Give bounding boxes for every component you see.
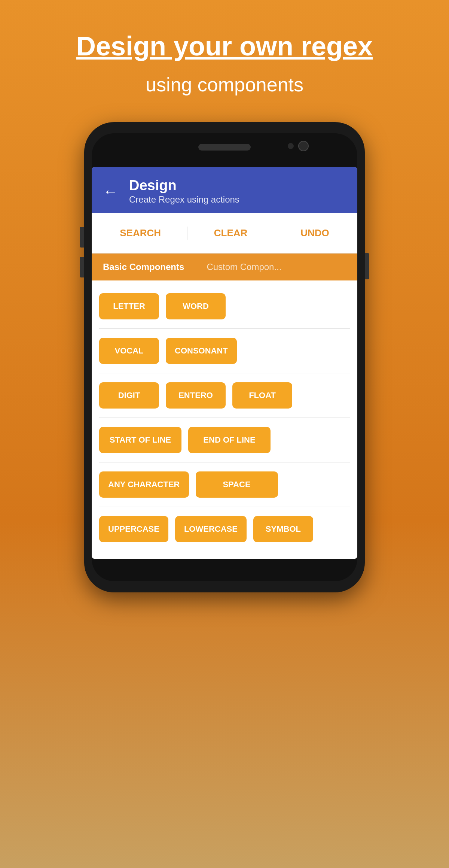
vocal-button[interactable]: VOCAL — [99, 338, 159, 364]
toolbar: SEARCH CLEAR UNDO — [92, 213, 357, 254]
page-header: Design your own regex using components — [76, 0, 373, 111]
divider-3 — [99, 418, 350, 418]
tab-custom-components[interactable]: Custom Compon... — [195, 254, 293, 280]
app-bar-title: Design — [129, 177, 239, 194]
divider-4 — [99, 462, 350, 462]
app-bar-text: Design Create Regex using actions — [129, 177, 239, 205]
component-row-5: ANY CHARACTER SPACE — [99, 466, 350, 503]
start-of-line-button[interactable]: START OF LINE — [99, 427, 181, 453]
space-button[interactable]: SPACE — [196, 471, 278, 498]
undo-button[interactable]: UNDO — [293, 224, 337, 243]
digit-button[interactable]: DIGIT — [99, 382, 159, 409]
component-row-3: DIGIT ENTERO FLOAT — [99, 377, 350, 414]
end-of-line-button[interactable]: END OF LINE — [188, 427, 271, 453]
back-button[interactable]: ← — [103, 184, 118, 199]
component-row-6: UPPERCASE LOWERCASE SYMBOL — [99, 511, 350, 547]
entero-button[interactable]: ENTERO — [166, 382, 226, 409]
word-button[interactable]: WORD — [166, 293, 226, 319]
divider-5 — [99, 507, 350, 507]
phone-side-button-left-1 — [80, 227, 84, 248]
phone-side-button-right — [365, 253, 369, 279]
lowercase-button[interactable]: LOWERCASE — [175, 516, 247, 542]
components-area: LETTER WORD VOCAL CONSONANT DIGIT ENTERO… — [92, 280, 357, 559]
phone-dot — [288, 143, 294, 149]
phone-screen: ← Design Create Regex using actions SEAR… — [92, 167, 357, 559]
uppercase-button[interactable]: UPPERCASE — [99, 516, 168, 542]
phone-speaker — [198, 144, 251, 151]
divider-1 — [99, 328, 350, 329]
phone-camera — [298, 141, 309, 151]
float-button[interactable]: FLOAT — [232, 382, 292, 409]
component-row-2: VOCAL CONSONANT — [99, 333, 350, 369]
app-bar: ← Design Create Regex using actions — [92, 167, 357, 213]
search-button[interactable]: SEARCH — [112, 224, 168, 243]
phone-mockup: ← Design Create Regex using actions SEAR… — [84, 122, 365, 592]
toolbar-divider-1 — [187, 227, 187, 240]
phone-side-button-left-2 — [80, 257, 84, 277]
component-row-4: START OF LINE END OF LINE — [99, 422, 350, 458]
consonant-button[interactable]: CONSONANT — [166, 338, 237, 364]
app-bar-subtitle: Create Regex using actions — [129, 194, 239, 205]
symbol-button[interactable]: SYMBOL — [253, 516, 313, 542]
letter-button[interactable]: LETTER — [99, 293, 159, 319]
clear-button[interactable]: CLEAR — [207, 224, 255, 243]
phone-top-bar — [92, 133, 357, 167]
toolbar-divider-2 — [274, 227, 274, 240]
phone-bottom-bar — [92, 559, 357, 581]
divider-2 — [99, 373, 350, 373]
component-row-1: LETTER WORD — [99, 288, 350, 325]
tab-basic-components[interactable]: Basic Components — [92, 254, 195, 280]
page-subtitle: using components — [76, 73, 373, 96]
tabs-bar: Basic Components Custom Compon... — [92, 254, 357, 280]
any-character-button[interactable]: ANY CHARACTER — [99, 471, 189, 498]
page-title: Design your own regex — [76, 30, 373, 62]
